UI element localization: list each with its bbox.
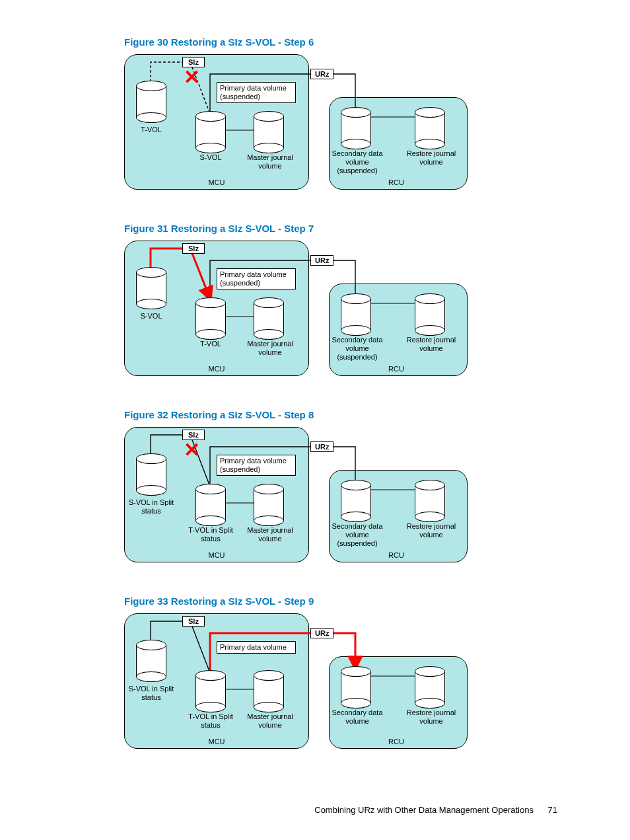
storage-cylinder-icon [415,293,445,330]
left-vol-label: S-VOL [124,312,178,321]
figure-title: Figure 32 Restoring a SIz S-VOL - Step 8 [124,409,547,420]
mcu-label: MCU [197,365,236,373]
primary-data-volume-box: Primary data volume (suspended) [217,82,296,103]
storage-cylinder-icon [136,267,166,304]
master-journal-label: Master journal volume [240,153,300,171]
mid-vol-label: T-VOL in Split status [184,526,238,543]
master-journal-label: Master journal volume [240,340,300,357]
rcu-label: RCU [376,178,416,187]
urz-label: URz [310,255,333,266]
secondary-vol-label: Secondary data volume (suspended) [328,336,387,362]
master-journal-label: Master journal volume [240,526,300,543]
restore-journal-label: Restore journal volume [402,708,461,726]
restore-journal-label: Restore journal volume [402,149,461,167]
page-number: 71 [548,805,557,815]
storage-cylinder-icon [341,293,371,330]
secondary-vol-label: Secondary data volume [328,708,387,726]
x-mark-icon: ✕ [184,67,200,87]
storage-cylinder-icon [341,666,371,703]
primary-data-volume-box: Primary data volume (suspended) [217,268,296,289]
rcu-label: RCU [376,551,416,560]
storage-cylinder-icon [136,81,166,118]
siz-label: SIz [182,430,205,440]
figure-block: Figure 31 Restoring a SIz S-VOL - Step 7… [124,223,547,383]
storage-cylinder-icon [136,640,166,677]
storage-cylinder-icon [195,484,226,521]
storage-cylinder-icon [341,107,371,144]
storage-cylinder-icon [415,107,445,144]
siz-label: SIz [182,57,205,67]
left-vol-label: T-VOL [124,126,178,134]
diagram: SIz URz Primary data volume (suspended) … [124,241,474,383]
siz-label: SIz [182,616,205,627]
mid-vol-label: T-VOL [184,340,238,348]
primary-data-volume-box: Primary data volume [217,641,296,654]
siz-label: SIz [182,243,205,254]
storage-cylinder-icon [254,297,284,334]
figure-block: Figure 33 Restoring a SIz S-VOL - Step 9… [124,595,547,755]
primary-data-volume-box: Primary data volume (suspended) [217,455,296,476]
mcu-label: MCU [197,178,236,187]
mcu-label: MCU [197,738,236,746]
figure-block: Figure 30 Restoring a SIz S-VOL - Step 6… [124,36,547,196]
storage-cylinder-icon [415,666,445,703]
storage-cylinder-icon [254,111,284,148]
figure-block: Figure 32 Restoring a SIz S-VOL - Step 8… [124,409,547,569]
rcu-label: RCU [376,365,416,373]
x-mark-icon: ✕ [184,440,200,460]
left-vol-label: S-VOL in Split status [124,685,178,702]
restore-journal-label: Restore journal volume [402,522,461,539]
mcu-label: MCU [197,551,236,560]
storage-cylinder-icon [254,484,284,521]
secondary-vol-label: Secondary data volume (suspended) [328,149,387,176]
storage-cylinder-icon [254,670,284,707]
storage-cylinder-icon [195,297,226,334]
rcu-label: RCU [376,738,416,746]
urz-label: URz [310,69,333,79]
mid-vol-label: T-VOL in Split status [184,712,238,730]
figure-title: Figure 31 Restoring a SIz S-VOL - Step 7 [124,223,547,234]
diagram: ✕ SIz URz Primary data volume (suspended… [124,427,474,569]
left-vol-label: S-VOL in Split status [124,498,178,515]
mid-vol-label: S-VOL [184,153,238,162]
master-journal-label: Master journal volume [240,712,300,730]
storage-cylinder-icon [195,670,226,707]
diagram: SIz URz Primary data volume S-VOL in Spl… [124,613,474,755]
secondary-vol-label: Secondary data volume (suspended) [328,522,387,549]
urz-label: URz [310,441,333,452]
storage-cylinder-icon [415,480,445,517]
storage-cylinder-icon [195,111,226,148]
figure-title: Figure 33 Restoring a SIz S-VOL - Step 9 [124,595,547,607]
storage-cylinder-icon [341,480,371,517]
footer-text: Combining URz with Other Data Management… [314,805,534,815]
diagram: ✕ SIz URz Primary data volume (suspended… [124,54,474,196]
restore-journal-label: Restore journal volume [402,336,461,353]
figure-title: Figure 30 Restoring a SIz S-VOL - Step 6 [124,36,547,48]
urz-label: URz [310,628,333,638]
storage-cylinder-icon [136,453,166,490]
